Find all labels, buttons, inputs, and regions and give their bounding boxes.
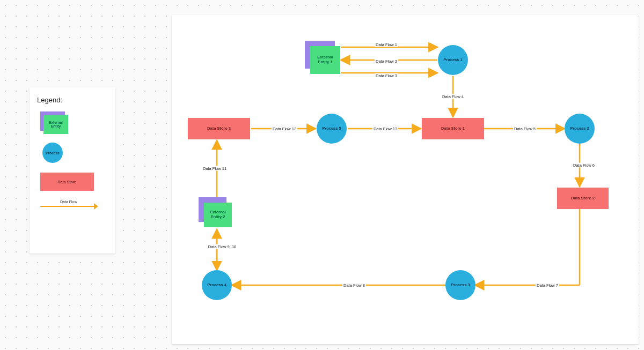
node-process-5[interactable]: Process 5 — [317, 114, 347, 144]
legend-external-entity-label: ExternalEntity — [49, 121, 63, 128]
node-label-process-1: Process 1 — [443, 58, 462, 63]
flow-label-5: Data Flow 5 — [513, 126, 537, 131]
node-label-process-5: Process 5 — [322, 126, 341, 131]
flow-label-7: Data Flow 7 — [536, 283, 559, 288]
flow-label-8: Data Flow 8 — [342, 283, 366, 288]
legend-data-flow-icon: Data Flow — [40, 202, 108, 212]
node-data-store-3[interactable]: Data Store 3 — [188, 118, 250, 139]
node-label-data-store-2: Data Store 2 — [571, 196, 595, 201]
flow-label-3: Data Flow 3 — [375, 73, 398, 78]
flow-label-6: Data Flow 6 — [572, 163, 596, 168]
legend-external-entity-icon: ExternalEntity — [40, 111, 67, 133]
legend-data-flow-label: Data Flow — [59, 200, 78, 204]
legend-data-store-icon: Data Store — [40, 173, 94, 191]
node-process-1[interactable]: Process 1 — [438, 45, 468, 75]
flow-label-2: Data Flow 2 — [375, 59, 398, 64]
node-label-external-entity-2: ExternalEntity 2 — [210, 210, 226, 219]
legend-title: Legend: — [37, 96, 108, 104]
node-label-process-3: Process 3 — [451, 283, 470, 288]
node-data-store-1[interactable]: Data Store 1 — [422, 118, 484, 139]
legend-panel: Legend: ExternalEntity Process Data Stor… — [30, 87, 115, 254]
flow-label-1: Data Flow 1 — [375, 42, 398, 47]
node-process-2[interactable]: Process 2 — [565, 114, 595, 144]
flow-label-9-10: Data Flow 9, 10 — [207, 244, 238, 249]
legend-data-store-label: Data Store — [57, 180, 76, 184]
node-external-entity-1[interactable]: ExternalEntity 1 — [305, 41, 340, 74]
node-process-3[interactable]: Process 3 — [445, 270, 475, 300]
node-label-external-entity-1: ExternalEntity 1 — [317, 55, 333, 64]
flow-label-13: Data Flow 13 — [372, 126, 398, 131]
node-process-4[interactable]: Process 4 — [202, 270, 232, 300]
diagram-canvas[interactable]: ExternalEntity 1 Process 1 Data Store 3 … — [172, 15, 639, 344]
flow-arrows-layer — [172, 15, 639, 344]
legend-process-label: Process — [46, 151, 59, 155]
node-label-data-store-3: Data Store 3 — [207, 126, 231, 131]
flow-label-11: Data Flow 11 — [202, 166, 228, 171]
node-data-store-2[interactable]: Data Store 2 — [557, 188, 609, 209]
node-label-data-store-1: Data Store 1 — [441, 126, 465, 131]
node-label-process-2: Process 2 — [570, 126, 589, 131]
flow-label-12: Data Flow 12 — [272, 126, 297, 131]
flow-label-4: Data Flow 4 — [441, 94, 465, 99]
node-external-entity-2[interactable]: ExternalEntity 2 — [199, 197, 234, 228]
legend-process-icon: Process — [42, 143, 63, 163]
node-label-process-4: Process 4 — [207, 283, 226, 288]
